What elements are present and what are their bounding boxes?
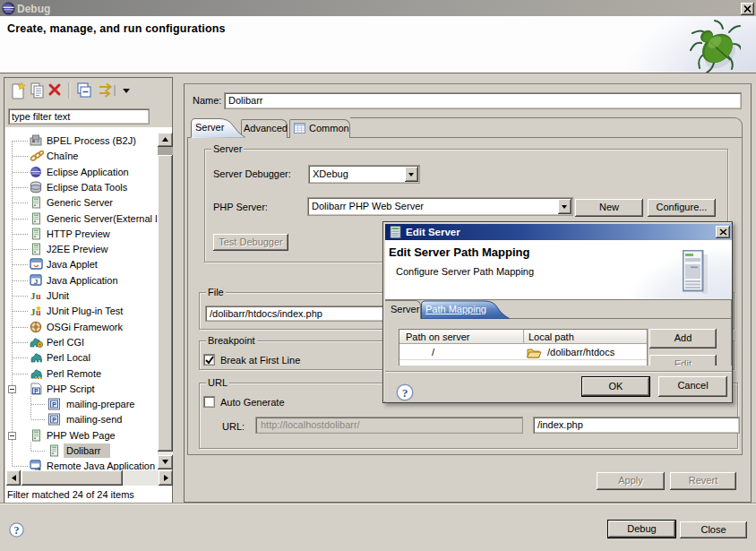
svg-text:?: ? [14,524,20,537]
svg-text:P: P [52,417,56,423]
svg-text:J: J [34,278,38,286]
svg-text:u: u [36,291,41,301]
svg-text:?: ? [402,386,408,400]
svg-text:P: P [52,401,56,408]
svg-text:P: P [34,388,39,394]
